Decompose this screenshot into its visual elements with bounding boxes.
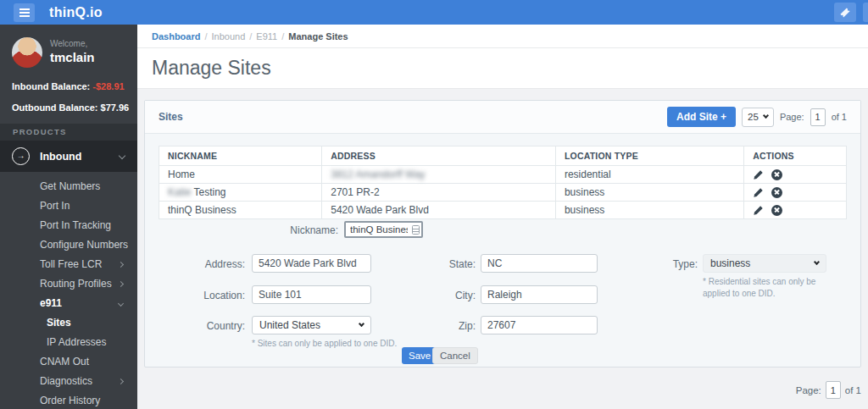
table-row: Home 3812 Amandorff Way residential	[159, 166, 847, 184]
chevron-down-icon	[359, 321, 364, 327]
overflow-button-partial[interactable]	[863, 3, 868, 22]
sidebar-item-configure-numbers[interactable]: Configure Numbers	[0, 235, 137, 255]
nickname-text-redacted: Katie	[168, 186, 191, 198]
sidebar-toggle-button[interactable]	[14, 3, 35, 22]
outbound-balance-label: Outbound Balance:	[12, 102, 97, 113]
breadcrumb-e911: E911	[256, 31, 277, 41]
zip-input[interactable]	[481, 316, 598, 334]
city-label: City:	[382, 290, 476, 301]
sidebar-item-inbound[interactable]: → Inbound	[0, 141, 137, 172]
cell-address: 2701 PR-2	[322, 184, 556, 202]
per-page-value: 25	[748, 112, 759, 122]
autofill-contact-icon[interactable]	[412, 225, 420, 235]
header-actions: ACTIONS	[744, 146, 847, 166]
edit-button[interactable]	[753, 187, 764, 198]
edit-site-form: Nickname: Address: State: Type: business…	[145, 214, 860, 368]
panel-wrapper: Sites Add Site + 25 Page: of 1	[137, 89, 868, 368]
outbound-balance-value: $77.96	[101, 102, 130, 113]
nickname-text: Testing	[193, 186, 225, 198]
sidebar-item-diagnostics[interactable]: Diagnostics	[0, 372, 137, 391]
breadcrumb-dashboard[interactable]: Dashboard	[152, 31, 200, 41]
footer-page-of-label: of 1	[845, 385, 861, 395]
footer-page-input[interactable]	[826, 381, 841, 399]
nickname-text: Home	[168, 169, 195, 180]
ticket-button[interactable]	[834, 3, 856, 22]
country-select[interactable]: United States	[252, 316, 371, 334]
chevron-down-icon	[814, 259, 820, 265]
city-input[interactable]	[481, 285, 598, 304]
inbound-balance-label: Inbound Balance:	[12, 81, 90, 91]
breadcrumb-current: Manage Sites	[288, 31, 348, 41]
sidebar-item-toll-free-lcr[interactable]: Toll Free LCR	[0, 255, 137, 274]
cell-nickname: Katie Testing	[159, 184, 322, 202]
delete-circle-x-icon	[771, 169, 782, 180]
page-number-input[interactable]	[810, 108, 826, 126]
sites-panel: Sites Add Site + 25 Page: of 1	[144, 100, 861, 368]
panel-controls: Add Site + 25 Page: of 1	[667, 107, 847, 127]
breadcrumb-separator: /	[204, 31, 207, 41]
country-select-value: United States	[259, 319, 320, 331]
table-row: Katie Testing 2701 PR-2 business	[159, 184, 847, 202]
app-logo[interactable]: thinQ.io	[49, 5, 103, 20]
cell-location-type: business	[555, 184, 743, 202]
location-input[interactable]	[252, 285, 371, 304]
delete-circle-x-icon	[771, 187, 782, 198]
type-label: Type:	[630, 258, 698, 270]
sidebar-item-get-numbers[interactable]: Get Numbers	[0, 177, 137, 196]
inbound-menu-label: Inbound	[40, 151, 81, 163]
inbound-balance-value: -$28.91	[92, 81, 124, 91]
edit-button[interactable]	[753, 169, 764, 180]
page-title: Manage Sites	[152, 57, 271, 80]
per-page-select[interactable]: 25	[742, 108, 774, 127]
user-block: Welcome, tmclain	[12, 37, 125, 68]
sites-table: NICKNAME ADDRESS LOCATION TYPE ACTIONS H…	[159, 146, 847, 219]
sidebar-item-cnam-out[interactable]: CNAM Out	[0, 352, 137, 372]
sidebar-item-ip-addresses[interactable]: IP Addresses	[0, 333, 137, 352]
chevron-right-icon	[118, 281, 124, 287]
chevron-down-icon	[118, 301, 124, 307]
cell-address: 3812 Amandorff Way	[322, 166, 556, 184]
address-text-redacted: 3812 Amandorff Way	[331, 169, 425, 180]
cancel-button[interactable]: Cancel	[432, 347, 478, 364]
zip-label: Zip:	[382, 320, 476, 332]
type-select[interactable]: business	[703, 254, 826, 273]
state-input[interactable]	[481, 254, 598, 273]
topbar-actions	[834, 3, 868, 22]
type-select-value: business	[710, 257, 750, 269]
breadcrumb-inbound: Inbound	[212, 31, 246, 41]
app-window: thinQ.io Welcome, tmclain Inbound Balanc…	[0, 0, 868, 409]
sidebar-item-routing-profiles[interactable]: Routing Profiles	[0, 274, 137, 294]
nickname-label: Nickname:	[236, 224, 338, 236]
cell-actions	[744, 184, 847, 202]
top-navbar: thinQ.io	[0, 0, 868, 25]
sidebar-item-e911[interactable]: e911	[0, 294, 137, 313]
add-site-button[interactable]: Add Site +	[667, 107, 736, 127]
arrow-in-circle-icon: →	[12, 147, 30, 165]
sidebar-item-sites[interactable]: Sites	[0, 313, 137, 333]
outbound-balance: Outbound Balance: $77.96	[12, 102, 137, 113]
balances: Inbound Balance: -$28.91 Outbound Balanc…	[12, 81, 137, 113]
delete-button[interactable]	[771, 187, 782, 198]
delete-button[interactable]	[771, 169, 782, 180]
breadcrumb-separator: /	[281, 31, 284, 41]
page-of-label: of 1	[832, 112, 847, 122]
sidebar-item-order-history[interactable]: Order History	[0, 391, 137, 409]
header-address: ADDRESS	[322, 146, 556, 166]
header-nickname: NICKNAME	[159, 146, 322, 166]
country-label: Country:	[145, 320, 245, 332]
sidebar: Welcome, tmclain Inbound Balance: -$28.9…	[0, 25, 137, 409]
e911-label: e911	[40, 297, 62, 309]
sidebar-item-port-in-tracking[interactable]: Port In Tracking	[0, 216, 137, 235]
avatar[interactable]	[12, 37, 42, 68]
chevron-right-icon	[118, 262, 124, 268]
inbound-balance: Inbound Balance: -$28.91	[12, 81, 137, 91]
sidebar-item-port-in[interactable]: Port In	[0, 196, 137, 216]
chevron-down-icon	[119, 152, 125, 159]
main-content: Dashboard / Inbound / E911 / Manage Site…	[137, 25, 868, 409]
cell-nickname: Home	[159, 166, 322, 184]
sites-panel-header: Sites Add Site + 25 Page: of 1	[145, 101, 860, 134]
username: tmclain	[50, 50, 95, 64]
table-header-row: NICKNAME ADDRESS LOCATION TYPE ACTIONS	[159, 146, 847, 166]
breadcrumb: Dashboard / Inbound / E911 / Manage Site…	[137, 25, 868, 48]
address-input[interactable]	[252, 254, 371, 273]
